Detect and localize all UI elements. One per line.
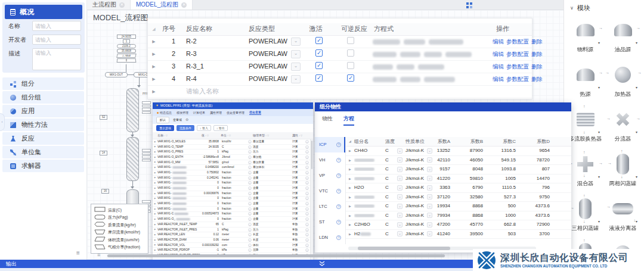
chevron-down-icon[interactable]: ⌄ [397, 148, 402, 154]
variable-row[interactable]: ▶VAR.MIX1-C0.000524873fraction⌄含量计算⌄ [153, 212, 313, 217]
variable-value[interactable]: 0.750802 [202, 171, 221, 175]
temperature-select[interactable]: C⌄ [385, 157, 405, 163]
row-expand-icon[interactable]: ▶ [153, 249, 157, 251]
coefficient-d[interactable]: 14470 [518, 176, 552, 182]
chevron-down-icon[interactable]: ⌄ [248, 181, 252, 185]
chevron-down-icon[interactable]: ⌄ [305, 233, 309, 236]
question-icon[interactable]: ? [336, 189, 341, 194]
caret-down-icon[interactable]: ▾ [598, 41, 600, 46]
variable-unit-select[interactable]: fraction⌄ [221, 207, 253, 211]
reaction-type-select[interactable]: POWERLAW⌄ [244, 38, 306, 46]
module-item-exchanger[interactable]: ↑↓▾多流股换热器 [566, 104, 604, 149]
variable-row[interactable]: ▶VAR.REACTOR_INLET_PRES1kPag⌄压力常数⌄ [153, 228, 313, 233]
question-icon[interactable]: ? [336, 220, 341, 225]
module-item-vessel-vertical[interactable]: ↑→↓▾三相闪蒸罐 [566, 194, 604, 238]
chevron-down-icon[interactable]: ⌄ [305, 244, 309, 247]
module-item-cross[interactable]: ↑↓→→▾混合器 [566, 149, 604, 194]
temperature-select[interactable]: C⌄ [385, 222, 405, 228]
row-expand-icon[interactable]: ▶ [153, 172, 157, 174]
variable-unit-select[interactable]: kmol/hr⌄ [221, 140, 253, 144]
coefficient-a[interactable]: 47200 [435, 222, 452, 228]
chevron-down-icon[interactable]: ⌄ [397, 204, 402, 209]
coefficient-b[interactable]: 45770 [452, 222, 485, 228]
variable-unit-select[interactable]: meter⌄ [221, 238, 253, 242]
variable-scope-button[interactable]: 变量域 [173, 118, 182, 122]
pfr-titlebar[interactable]: ✦ MODEL.PFR1 (类型: 平推流反应器) [153, 102, 313, 109]
chevron-down-icon[interactable]: ⌄ [248, 166, 252, 169]
variable-row[interactable]: ▶VAR.MIX1-0fraction⌄含量计算⌄ [153, 207, 313, 212]
variable-attribute-select[interactable]: 计算⌄ [292, 181, 310, 185]
param-config-link[interactable]: 参数配置 [506, 76, 529, 83]
variable-attribute-select[interactable]: 计算⌄ [292, 207, 310, 211]
row-expand-icon[interactable]: ▶ [153, 218, 157, 220]
variable-value[interactable]: 1 [202, 228, 221, 232]
variable-unit-select[interactable]: fraction⌄ [221, 197, 253, 200]
chevron-down-icon[interactable]: ⌄ [248, 155, 252, 159]
coefficient-c[interactable]: 1005 [485, 176, 518, 182]
row-expand-icon[interactable]: ▶ [148, 39, 160, 45]
coefficient-d[interactable]: 796 [518, 185, 552, 191]
variable-unit-select[interactable]: fraction⌄ [221, 212, 253, 216]
pfr-tab[interactable]: 优化变量管理 [227, 111, 244, 114]
coefficient-b[interactable]: 59810 [452, 176, 485, 182]
chevron-down-icon[interactable]: ⌄ [305, 155, 309, 159]
variable-unit-select[interactable]: fraction⌄ [221, 171, 253, 175]
variable-unit-select[interactable]: fraction⌄ [221, 176, 253, 180]
variable-value[interactable]: 0.12 [202, 233, 221, 236]
row-expand-icon[interactable]: ▶ [153, 156, 157, 158]
coefficient-d[interactable]: 4373.6 [518, 203, 552, 209]
coefficient-c[interactable]: 1110.5 [485, 185, 518, 191]
variable-unit-select[interactable]: fraction⌄ [221, 217, 253, 221]
unit-select[interactable]: J/kmol-K⌄ [405, 157, 435, 163]
variable-row[interactable]: ▶VAR.REACTOR_INLET_TEMP65C⌄温度常数⌄ [153, 222, 313, 228]
chevron-down-icon[interactable]: ⌄ [305, 181, 309, 185]
property-type-tab-vh[interactable]: VH? [315, 152, 345, 168]
row-expand-icon[interactable]: ▶ [153, 239, 157, 241]
filter-icon[interactable]: ▽ [267, 134, 269, 137]
chevron-down-icon[interactable]: ⌄ [291, 75, 301, 83]
temperature-select[interactable]: C⌄ [385, 203, 405, 209]
reaction-new-row[interactable]: ▶请输入名称 [148, 86, 532, 98]
temperature-select[interactable]: C⌄ [385, 166, 405, 172]
row-expand-icon[interactable]: ▶ [153, 197, 157, 200]
filter-icon[interactable]: ▽ [301, 134, 302, 137]
chevron-down-icon[interactable]: ⌄ [248, 228, 252, 232]
reaction-row[interactable]: ▶2R-3POWERLAW⌄编辑参数配置删除 [148, 48, 532, 61]
unit-select[interactable]: J/kmol-K⌄ [405, 203, 435, 209]
chevron-down-icon[interactable]: ⌄ [397, 185, 402, 191]
coefficient-d[interactable]: 4373.6 [518, 213, 552, 219]
pfr-window[interactable]: ✦ MODEL.PFR1 (类型: 平推流反应器) 组态信息模块管理计算结果属性… [153, 102, 313, 260]
variable-row[interactable]: ▶VAR.REACTOR_VOL0.000339292cum⌄体积计算⌄ [153, 243, 313, 248]
caret-down-icon[interactable]: ▾ [598, 130, 600, 135]
variable-value[interactable]: 0.0498200 [202, 166, 221, 169]
row-expand-icon[interactable]: ▶ [346, 167, 354, 171]
component-properties-panel[interactable]: 组分物性 物性 方程 ICP?VH?VP?VTC?LTC?ST?LDN? ◢组分… [315, 102, 571, 253]
chevron-down-icon[interactable]: ⌄ [305, 176, 309, 180]
temperature-select[interactable]: C⌄ [385, 185, 405, 191]
component-row[interactable]: ▶C⌄J/kmol-K⌄4211046050549.1578720 [346, 156, 571, 166]
variable-unit-select[interactable]: cum/kmol⌄ [221, 166, 253, 169]
reaction-type-select[interactable]: POWERLAW⌄ [244, 75, 306, 83]
chevron-down-icon[interactable]: ⌄ [427, 231, 432, 236]
variable-attribute-select[interactable]: 计算⌄ [292, 197, 310, 200]
coefficient-b[interactable]: 8868 [452, 213, 485, 219]
coefficient-a[interactable]: 13252 [435, 148, 452, 154]
param-config-link[interactable]: 参数配置 [506, 51, 529, 58]
variable-attribute-select[interactable]: 常数⌄ [292, 238, 310, 242]
row-expand-icon[interactable]: ▶ [153, 187, 157, 189]
coefficient-c[interactable]: 549.15 [485, 157, 518, 163]
sort-icon[interactable]: ↕ [205, 134, 206, 137]
variable-value[interactable]: 0 [202, 197, 221, 200]
component-row[interactable]: ▶H2OC⌄J/kmol-K⌄336367901110.5796 [346, 183, 571, 193]
reaction-type-select[interactable]: POWERLAW⌄ [244, 63, 306, 71]
variable-row[interactable]: ▶VAR.REACTOR_DIAM0.06meter⌄长度常数⌄ [153, 238, 313, 243]
variable-unit-select[interactable]: g/mol⌄ [221, 161, 253, 164]
row-expand-icon[interactable]: ▶ [153, 244, 157, 246]
caret-down-icon[interactable]: ▾ [636, 130, 637, 135]
property-type-tab-icp[interactable]: ICP? [315, 137, 345, 152]
unit-select[interactable]: J/kmol-K⌄ [405, 148, 435, 154]
reaction-type-select[interactable]: POWERLAW⌄ [244, 50, 306, 58]
active-checkbox[interactable] [315, 37, 323, 44]
row-expand-icon[interactable]: ▶ [148, 77, 160, 82]
chevron-down-icon[interactable]: ⌄ [305, 217, 309, 221]
